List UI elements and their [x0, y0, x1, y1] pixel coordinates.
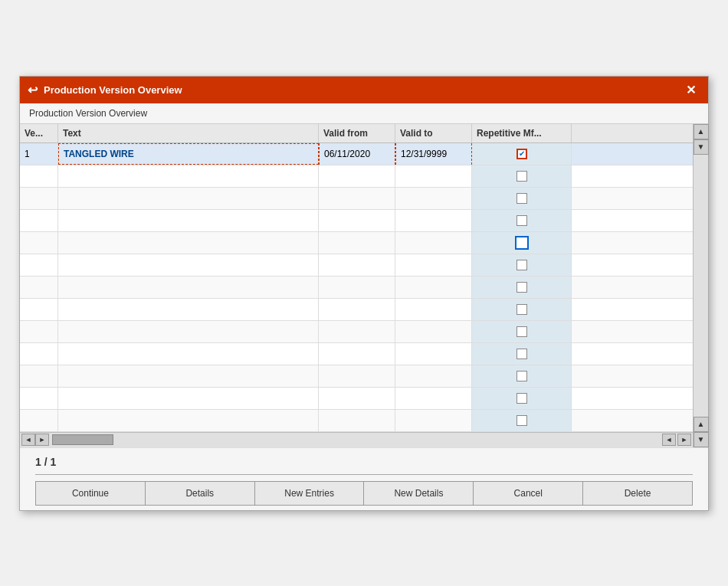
details-button[interactable]: Details: [145, 481, 254, 506]
cell-checkbox[interactable]: [472, 388, 572, 409]
cell-valid-from: [319, 188, 395, 209]
cell-checkbox[interactable]: [472, 365, 572, 387]
table-row[interactable]: [20, 410, 693, 432]
checkbox-unchecked[interactable]: [515, 236, 529, 250]
table-row[interactable]: [20, 321, 693, 343]
cell-text: [58, 254, 319, 276]
continue-button[interactable]: Continue: [35, 481, 145, 506]
cell-checkbox[interactable]: [472, 343, 572, 365]
checkbox-unchecked[interactable]: [516, 282, 527, 293]
table-body: 1TANGLED WIRE06/11/202012/31/9999✔: [20, 143, 693, 432]
cell-valid-to: [395, 299, 472, 320]
table-row[interactable]: [20, 388, 693, 410]
checkbox-unchecked[interactable]: [516, 326, 527, 337]
checkbox-unchecked[interactable]: [516, 349, 527, 359]
checkbox-unchecked[interactable]: [516, 193, 527, 204]
vertical-scrollbar: ▲ ▼ ▲ ▼: [693, 124, 708, 447]
cell-text: [58, 343, 319, 365]
checkbox-unchecked[interactable]: [516, 260, 527, 270]
table-row[interactable]: [20, 254, 693, 277]
scroll-down-button[interactable]: ▼: [694, 139, 709, 155]
table-row[interactable]: [20, 188, 693, 210]
checkbox-unchecked[interactable]: [516, 415, 527, 426]
cell-valid-to: 12/31/9999: [395, 143, 472, 165]
cell-version: [20, 321, 58, 342]
cell-text: [58, 277, 319, 298]
cell-text: [58, 188, 319, 209]
table-row[interactable]: [20, 277, 693, 299]
cell-valid-from: [319, 277, 395, 298]
scroll-up2-button[interactable]: ▲: [694, 417, 709, 432]
cell-version: [20, 188, 58, 209]
cell-checkbox[interactable]: [472, 188, 572, 209]
table-row[interactable]: [20, 165, 693, 188]
col-header-valid-from: Valid from: [319, 124, 395, 142]
col-header-text: Text: [58, 124, 319, 142]
cell-version: [20, 410, 58, 431]
table-row[interactable]: [20, 210, 693, 232]
cell-version: [20, 299, 58, 320]
table-row[interactable]: 1TANGLED WIRE06/11/202012/31/9999✔: [20, 143, 693, 165]
page-current: 1: [35, 456, 41, 468]
checkbox-unchecked[interactable]: [516, 371, 527, 381]
cell-checkbox[interactable]: ✔: [472, 143, 572, 165]
cell-checkbox[interactable]: [472, 210, 572, 231]
cell-valid-from: [319, 410, 395, 431]
hscroll-right-button2[interactable]: ►: [35, 434, 49, 446]
cell-version: [20, 232, 58, 254]
cell-checkbox[interactable]: [472, 299, 572, 320]
checkbox-unchecked[interactable]: [516, 393, 527, 404]
cell-text: [58, 210, 319, 231]
close-button[interactable]: ✕: [681, 81, 700, 99]
hscroll-prev-button[interactable]: ◄: [662, 434, 676, 446]
cell-valid-to: [395, 410, 472, 431]
new_entries-button[interactable]: New Entries: [254, 481, 364, 506]
cell-checkbox[interactable]: [472, 165, 572, 187]
cell-checkbox[interactable]: [472, 277, 572, 298]
cell-version: [20, 388, 58, 409]
table-header: Ve... Text Valid from Valid to Repetitiv…: [20, 124, 693, 143]
hscroll-thumb[interactable]: [52, 434, 113, 445]
hscroll-next-button[interactable]: ►: [677, 434, 691, 446]
cell-version: [20, 365, 58, 387]
table-row[interactable]: [20, 232, 693, 254]
scroll-down2-button[interactable]: ▼: [694, 432, 709, 447]
table-row[interactable]: [20, 299, 693, 321]
window-icon: ↩: [28, 83, 38, 97]
new_details-button[interactable]: New Details: [363, 481, 473, 506]
col-header-valid-to: Valid to: [395, 124, 472, 142]
window-title: Production Version Overview: [44, 84, 182, 96]
table-row[interactable]: [20, 365, 693, 388]
cell-valid-from: [319, 343, 395, 365]
bottom-section: 1 / 1 ContinueDetailsNew EntriesNew Deta…: [20, 447, 708, 510]
cell-checkbox[interactable]: [472, 410, 572, 431]
cell-valid-to: [395, 232, 472, 254]
cell-valid-from: 06/11/2020: [319, 143, 395, 165]
cell-valid-to: [395, 165, 472, 187]
scroll-up-button[interactable]: ▲: [694, 124, 709, 139]
cell-valid-from: [319, 388, 395, 409]
delete-button[interactable]: Delete: [582, 481, 693, 506]
cell-valid-from: [319, 365, 395, 387]
cell-valid-to: [395, 277, 472, 298]
title-bar-left: ↩ Production Version Overview: [28, 83, 182, 97]
cell-valid-to: [395, 365, 472, 387]
cell-valid-to: [395, 321, 472, 342]
cell-valid-from: [319, 254, 395, 276]
cell-version: [20, 210, 58, 231]
checkbox-unchecked[interactable]: [516, 171, 527, 182]
horizontal-scrollbar: ◄ ► ◄ ►: [20, 432, 693, 447]
checkbox-checked[interactable]: ✔: [516, 149, 527, 159]
cell-checkbox[interactable]: [472, 254, 572, 276]
col-header-version: Ve...: [20, 124, 58, 142]
cancel-button[interactable]: Cancel: [473, 481, 582, 506]
hscroll-left-button[interactable]: ◄: [21, 434, 35, 446]
cell-valid-from: [319, 165, 395, 187]
table-row[interactable]: [20, 343, 693, 365]
cell-valid-from: [319, 210, 395, 231]
cell-checkbox[interactable]: [472, 232, 572, 254]
cell-valid-to: [395, 343, 472, 365]
checkbox-unchecked[interactable]: [516, 304, 527, 315]
cell-checkbox[interactable]: [472, 321, 572, 342]
checkbox-unchecked[interactable]: [516, 215, 527, 226]
